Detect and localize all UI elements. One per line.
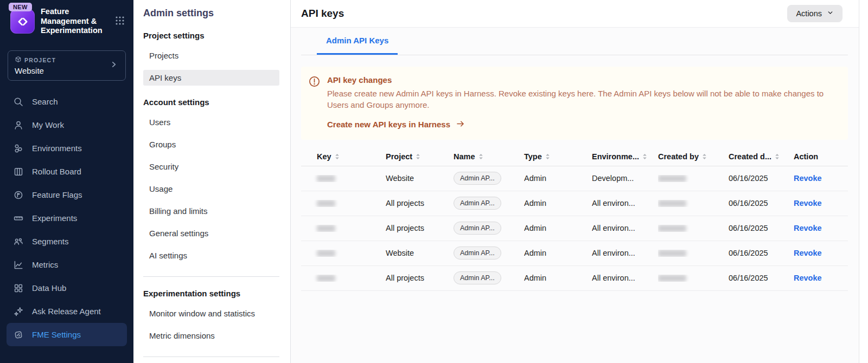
settings-item-users[interactable]: Users (143, 114, 279, 130)
revoke-link[interactable]: Revoke (794, 249, 822, 257)
sort-icon[interactable] (478, 153, 483, 160)
sidebar-item-label: Environments (32, 144, 82, 153)
sidebar-item-my-work[interactable]: My Work (7, 113, 127, 137)
api-key-name-pill: Admin AP... (454, 197, 501, 210)
settings-item-billing-and-limits[interactable]: Billing and limits (143, 203, 279, 219)
fme-settings-icon (13, 329, 24, 340)
created-date-cell: 06/16/2025 (729, 174, 794, 183)
api-key-name-pill: Admin AP... (454, 222, 501, 235)
data-hub-icon (13, 283, 24, 294)
settings-item-projects[interactable]: Projects (143, 48, 279, 63)
name-cell: Admin AP... (454, 247, 524, 260)
name-cell: Admin AP... (454, 271, 524, 284)
table-row: WebsiteAdmin AP...AdminAll environ...06/… (301, 241, 848, 266)
callout-title: API key changes (327, 75, 835, 85)
arrow-right-icon (456, 119, 465, 130)
project-cell: All projects (386, 224, 454, 232)
settings-nav-title: Admin settings (143, 8, 279, 19)
settings-item-api-keys[interactable]: API keys (143, 70, 279, 86)
sort-icon[interactable] (545, 153, 550, 160)
name-cell: Admin AP... (454, 172, 524, 185)
table-row: All projectsAdmin AP...AdminAll environ.… (301, 191, 848, 216)
column-header-created-by[interactable]: Created by (658, 152, 729, 161)
main-content: API keys Actions Admin API Keys API key … (291, 0, 868, 363)
settings-section-divider (143, 356, 279, 357)
revoke-link[interactable]: Revoke (794, 199, 822, 208)
project-cell: Website (386, 174, 454, 183)
feature-flags-icon (13, 190, 24, 200)
sidebar-item-metrics[interactable]: Metrics (7, 253, 127, 276)
environment-cell: All environ... (592, 199, 658, 208)
api-key-name-pill: Admin AP... (454, 247, 501, 260)
sort-icon[interactable] (642, 153, 647, 160)
created-date-cell: 06/16/2025 (729, 274, 794, 282)
sort-icon[interactable] (416, 153, 420, 160)
sidebar-item-label: Search (32, 97, 58, 106)
page-title: API keys (301, 8, 344, 20)
action-cell: Revoke (794, 174, 848, 183)
revoke-link[interactable]: Revoke (794, 224, 822, 232)
tab-admin-api-keys[interactable]: Admin API Keys (317, 28, 398, 55)
type-cell: Admin (524, 274, 592, 282)
settings-section-heading-account-settings: Account settings (143, 98, 279, 107)
settings-item-ai-settings[interactable]: AI settings (143, 248, 279, 263)
sidebar-item-rollout-board[interactable]: Rollout Board (7, 160, 127, 183)
action-cell: Revoke (794, 199, 848, 208)
settings-item-security[interactable]: Security (143, 159, 279, 174)
sort-icon[interactable] (702, 153, 707, 160)
sidebar-item-environments[interactable]: Environments (7, 137, 127, 160)
sidebar-item-label: Experiments (32, 213, 77, 223)
create-api-keys-link[interactable]: Create new API keys in Harness (327, 119, 465, 130)
column-header-project[interactable]: Project (386, 152, 454, 161)
sidebar-item-label: My Work (32, 120, 64, 129)
environment-cell: Developm... (592, 174, 658, 183)
project-cell: All projects (386, 199, 454, 208)
settings-item-general-settings[interactable]: General settings (143, 225, 279, 241)
sidebar-item-search[interactable]: Search (7, 90, 127, 113)
table-header-row: KeyProjectNameTypeEnvironme...Created by… (301, 149, 848, 166)
settings-item-groups[interactable]: Groups (143, 137, 279, 152)
project-selector[interactable]: PROJECT Website (8, 50, 126, 81)
metrics-icon (13, 260, 24, 270)
created-date-cell: 06/16/2025 (729, 224, 794, 232)
sidebar-item-ask-release-agent[interactable]: Ask Release Agent (7, 300, 127, 323)
actions-button[interactable]: Actions (787, 5, 843, 22)
sidebar-item-label: FME Settings (32, 330, 81, 339)
column-header-name[interactable]: Name (454, 152, 524, 161)
project-value: Website (15, 66, 56, 75)
column-header-type[interactable]: Type (524, 152, 592, 161)
sidebar-item-experiments[interactable]: Experiments (7, 206, 127, 230)
type-cell: Admin (524, 249, 592, 257)
column-header-key[interactable]: Key (301, 152, 386, 161)
sidebar-item-label: Metrics (32, 260, 58, 269)
settings-section-divider (143, 276, 279, 277)
tab-bar: Admin API Keys (301, 28, 848, 55)
sort-icon[interactable] (335, 153, 340, 160)
name-cell: Admin AP... (454, 197, 524, 210)
column-header-environme[interactable]: Environme... (592, 152, 658, 161)
experiments-icon (13, 213, 24, 224)
settings-item-metric-dimensions[interactable]: Metric dimensions (143, 328, 279, 343)
table-body: WebsiteAdmin AP...AdminDevelopm...06/16/… (301, 166, 848, 291)
sidebar-item-feature-flags[interactable]: Feature Flags (7, 183, 127, 206)
settings-item-usage[interactable]: Usage (143, 181, 279, 197)
revoke-link[interactable]: Revoke (794, 274, 822, 282)
apps-grid-icon[interactable] (114, 15, 126, 29)
search-icon (13, 96, 24, 107)
column-header-created-d[interactable]: Created d... (729, 152, 794, 161)
settings-item-monitor-window-and-statistics[interactable]: Monitor window and statistics (143, 306, 279, 321)
sidebar-item-segments[interactable]: Segments (7, 230, 127, 253)
vertical-scrollbar[interactable] (859, 0, 868, 363)
product-title: Feature Management & Experimentation (41, 7, 99, 36)
type-cell: Admin (524, 224, 592, 232)
sidebar-item-label: Rollout Board (32, 167, 81, 176)
split-logo-icon (10, 9, 35, 34)
user-icon (13, 120, 24, 131)
sort-icon[interactable] (775, 153, 780, 160)
sidebar-item-data-hub[interactable]: Data Hub (7, 276, 127, 300)
revoke-link[interactable]: Revoke (794, 174, 822, 183)
created-by-cell-redacted (658, 175, 729, 182)
project-label: PROJECT (24, 57, 56, 63)
sidebar-item-fme-settings[interactable]: FME Settings (7, 323, 127, 346)
callout-body: Please create new Admin API keys in Harn… (327, 88, 835, 111)
